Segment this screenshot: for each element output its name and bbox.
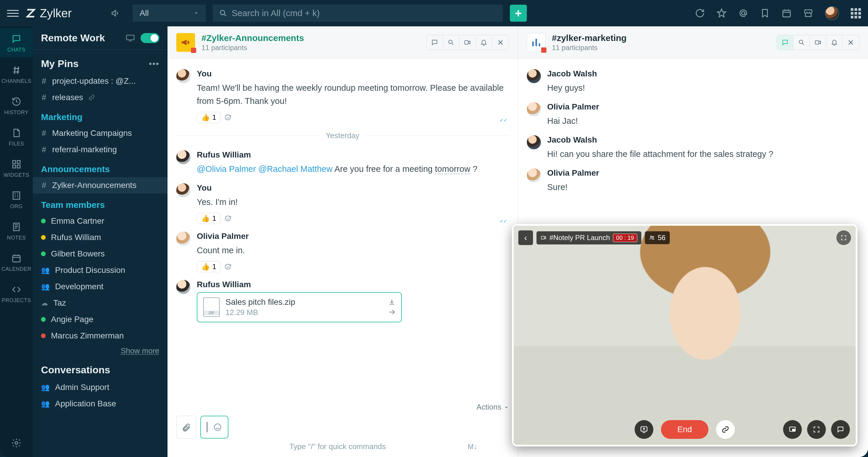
rail-history[interactable]: HISTORY bbox=[0, 91, 33, 120]
sidebar-marketing-campaigns[interactable]: #Marketing Campaigns bbox=[33, 125, 167, 141]
bookmark-icon[interactable] bbox=[760, 8, 770, 18]
menu-button[interactable] bbox=[7, 7, 19, 19]
rail-settings[interactable] bbox=[11, 429, 22, 457]
sidebar-conv-application-base[interactable]: 👥Application Base bbox=[33, 395, 167, 412]
reaction-chip[interactable]: 👍1 bbox=[197, 213, 220, 224]
pins-menu-icon[interactable]: ••• bbox=[149, 59, 159, 68]
sidebar-group-development[interactable]: 👥Development bbox=[33, 279, 167, 295]
star-icon[interactable] bbox=[717, 8, 726, 18]
message-composer[interactable] bbox=[200, 416, 228, 438]
rail-org[interactable]: ORG bbox=[0, 185, 33, 214]
sidebar-pin-releases[interactable]: #releases bbox=[33, 89, 167, 106]
sidebar-member-marcus[interactable]: Marcus Zimmerman bbox=[33, 328, 167, 344]
video-icon[interactable] bbox=[810, 35, 826, 50]
close-icon[interactable] bbox=[842, 35, 859, 50]
add-button[interactable]: + bbox=[510, 5, 527, 22]
rail-projects[interactable]: PROJECTS bbox=[0, 279, 33, 308]
video-back-button[interactable]: ‹ bbox=[518, 230, 533, 245]
expand-button[interactable] bbox=[836, 230, 851, 245]
file-attachment[interactable]: Sales pitch files.zip 12.29 MB bbox=[197, 292, 402, 322]
sidebar-member-emma[interactable]: Emma Cartner bbox=[33, 213, 167, 229]
fullscreen-button[interactable] bbox=[807, 420, 826, 439]
attach-button[interactable] bbox=[176, 416, 196, 438]
message: Jacob Walsh Hey guys! bbox=[527, 64, 860, 97]
message: Rufus William @Olivia Palmer @Rachael Ma… bbox=[176, 145, 509, 178]
reaction-chip[interactable]: 👍1 bbox=[197, 112, 220, 123]
markdown-icon[interactable]: M↓ bbox=[468, 443, 477, 451]
sidebar-member-rufus[interactable]: Rufus William bbox=[33, 229, 167, 246]
calendar-nav-icon bbox=[11, 253, 21, 263]
rail-widgets[interactable]: WIDGETS bbox=[0, 154, 33, 183]
svg-point-1 bbox=[742, 11, 745, 14]
refresh-icon[interactable] bbox=[695, 8, 705, 18]
sidebar-group-product-discussion[interactable]: 👥Product Discussion bbox=[33, 262, 167, 279]
rail-channels[interactable]: CHANNELS bbox=[0, 59, 33, 89]
group-announcements[interactable]: Announcements bbox=[33, 158, 167, 177]
end-call-button[interactable]: End bbox=[661, 420, 708, 439]
sidebar-pin-project-updates[interactable]: #project-updates : @Z... bbox=[33, 73, 167, 89]
group-marketing[interactable]: Marketing bbox=[33, 106, 167, 125]
search-scope-value: All bbox=[140, 8, 149, 18]
download-icon[interactable] bbox=[388, 299, 395, 306]
rail-chats[interactable]: CHATS bbox=[0, 28, 33, 57]
apps-grid-icon[interactable] bbox=[851, 8, 861, 19]
forward-icon[interactable] bbox=[388, 308, 395, 316]
store-icon[interactable] bbox=[803, 8, 813, 18]
search-scope-dropdown[interactable]: All bbox=[133, 5, 206, 22]
status-toggle[interactable] bbox=[141, 33, 159, 43]
open-chat-icon[interactable] bbox=[777, 35, 793, 50]
monitor-icon[interactable] bbox=[126, 35, 135, 41]
calendar-icon[interactable] bbox=[782, 8, 792, 18]
add-reaction-icon[interactable] bbox=[225, 113, 232, 121]
sidebar-conv-admin-support[interactable]: 👥Admin Support bbox=[33, 379, 167, 395]
rail-notes[interactable]: NOTES bbox=[0, 216, 33, 245]
notes-icon bbox=[11, 222, 21, 232]
user-avatar[interactable] bbox=[825, 6, 839, 20]
svg-rect-7 bbox=[13, 192, 20, 199]
bell-icon[interactable] bbox=[826, 35, 842, 50]
add-reaction-icon[interactable] bbox=[225, 215, 232, 222]
gear-icon bbox=[11, 438, 22, 448]
emoji-button[interactable] bbox=[213, 423, 222, 431]
mention[interactable]: @Olivia Palmer @Rachael Matthew bbox=[197, 164, 332, 174]
search-channel-icon[interactable] bbox=[793, 35, 810, 50]
sidebar-member-gilbert[interactable]: Gilbert Bowers bbox=[33, 246, 167, 262]
show-more-link[interactable]: Show more bbox=[33, 344, 167, 358]
open-chat-icon[interactable] bbox=[427, 35, 443, 50]
close-icon[interactable] bbox=[492, 35, 509, 50]
rail-calendar[interactable]: CALENDER bbox=[0, 248, 33, 276]
chat-in-call-button[interactable] bbox=[831, 420, 850, 439]
share-screen-button[interactable] bbox=[634, 420, 653, 439]
mention-icon[interactable] bbox=[738, 8, 748, 18]
actions-dropdown[interactable]: Actions bbox=[176, 400, 509, 416]
search-input[interactable]: Search in All (cmd + k) bbox=[213, 5, 503, 22]
copy-link-button[interactable] bbox=[716, 420, 735, 439]
link-icon bbox=[88, 94, 95, 101]
bell-icon[interactable] bbox=[476, 35, 492, 50]
add-reaction-icon[interactable] bbox=[225, 263, 232, 270]
video-icon[interactable] bbox=[460, 35, 476, 50]
avatar bbox=[527, 168, 541, 183]
channel-title[interactable]: #zylker-marketing bbox=[552, 33, 627, 43]
top-icons bbox=[695, 6, 861, 20]
svg-rect-24 bbox=[793, 429, 795, 431]
avatar bbox=[527, 135, 541, 149]
sidebar-bot-taz[interactable]: ☁Taz bbox=[33, 295, 167, 311]
channel-title[interactable]: #Zylker-Announcements bbox=[202, 33, 304, 43]
video-call-overlay[interactable]: ‹ #Notely PR Launch 00 : 19 56 End bbox=[512, 224, 858, 447]
participants-pill[interactable]: 56 bbox=[645, 231, 670, 244]
sidebar-referral-marketing[interactable]: #referral-marketing bbox=[33, 141, 167, 158]
sidebar-member-angie[interactable]: Angie Page bbox=[33, 311, 167, 328]
search-channel-icon[interactable] bbox=[443, 35, 460, 50]
read-receipt-icon: ✔✔ bbox=[500, 219, 509, 224]
pins-header: My Pins ••• bbox=[33, 50, 167, 73]
reaction-chip[interactable]: 👍1 bbox=[197, 261, 220, 272]
pip-button[interactable] bbox=[783, 420, 802, 439]
sidebar-zylker-announcements[interactable]: #Zylker-Announcements bbox=[33, 177, 167, 194]
svg-point-20 bbox=[650, 236, 652, 237]
svg-rect-12 bbox=[465, 41, 468, 44]
rail-files[interactable]: FILES bbox=[0, 122, 33, 151]
message-list-left[interactable]: You Team! We'll be having the weekly rou… bbox=[167, 59, 518, 400]
speaker-icon[interactable] bbox=[111, 9, 120, 18]
group-team-members[interactable]: Team members bbox=[33, 194, 167, 213]
